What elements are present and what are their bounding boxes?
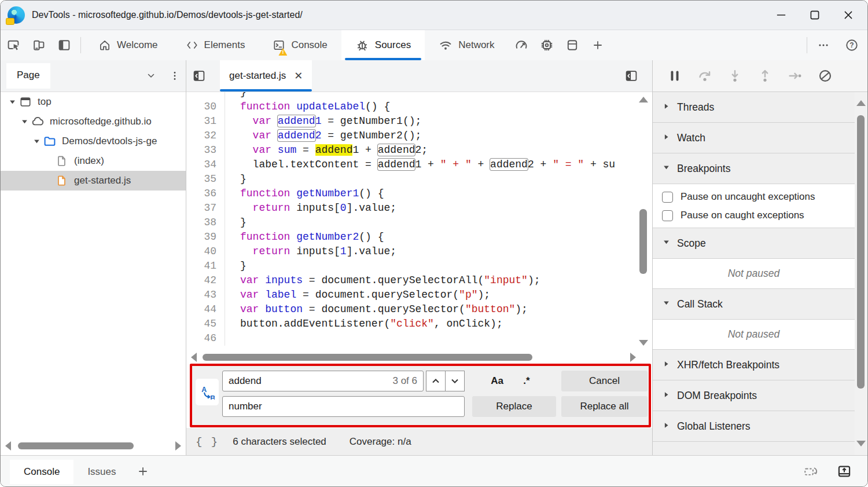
next-match-button[interactable] <box>445 371 465 391</box>
drawer-tab-console[interactable]: Console <box>10 460 73 484</box>
checkbox-row-pause-on-caught-exceptions[interactable]: Pause on caught exceptions <box>653 206 855 225</box>
more-tabs-button[interactable] <box>585 30 610 60</box>
performance-button[interactable] <box>509 30 534 60</box>
maximize-button[interactable] <box>798 3 832 27</box>
navigator-horizontal-scrollbar[interactable] <box>1 438 186 453</box>
match-case-button[interactable]: Aa <box>484 371 510 391</box>
scroll-down-arrow[interactable] <box>639 340 648 346</box>
tree-item-microsoftedge-github-io[interactable]: microsoftedge.github.io <box>1 112 186 131</box>
scroll-left-arrow[interactable] <box>5 441 11 451</box>
hide-navigator-button[interactable] <box>186 60 212 91</box>
device-emulation-icon <box>32 38 46 52</box>
scroll-left-arrow[interactable] <box>191 353 197 362</box>
editor-horizontal-scrollbar[interactable] <box>186 350 641 364</box>
step-into-button[interactable] <box>722 64 747 87</box>
scroll-up-arrow[interactable] <box>856 100 866 106</box>
panel-layout-button[interactable] <box>52 30 77 60</box>
debugger-scrollbar[interactable] <box>855 92 867 456</box>
close-tab-icon[interactable]: ✕ <box>294 69 303 82</box>
section-global-listeners[interactable]: Global Listeners <box>653 411 855 442</box>
checkbox[interactable] <box>662 210 673 221</box>
drawer-tab-issues[interactable]: Issues <box>73 460 130 484</box>
scrollbar-thumb[interactable] <box>18 442 134 449</box>
application-button[interactable] <box>560 30 585 60</box>
help-button[interactable]: ? <box>836 30 867 60</box>
inspect-button[interactable] <box>1 30 26 60</box>
tree-item-demos-devtools-js-ge[interactable]: Demos/devtools-js-ge <box>1 131 186 151</box>
step-out-button[interactable] <box>752 64 777 87</box>
line-number: 39 <box>186 230 225 244</box>
line-content: var label = document.querySelector("p"); <box>225 288 652 302</box>
tab-page[interactable]: Page <box>6 63 50 89</box>
caret-right-icon <box>662 420 671 433</box>
close-button[interactable] <box>832 3 865 27</box>
caret-down-icon[interactable] <box>6 98 18 107</box>
tab-network-label: Network <box>458 39 494 51</box>
hide-debugger-sidebar-button[interactable] <box>619 60 644 91</box>
expand-quick-view-button[interactable] <box>832 464 857 479</box>
replace-toggle-button[interactable]: AB <box>196 379 219 405</box>
checkbox-label: Pause on uncaught exceptions <box>681 191 815 203</box>
pause-button[interactable] <box>662 64 687 87</box>
tab-elements[interactable]: Elements <box>172 30 259 60</box>
scroll-down-arrow[interactable] <box>856 441 866 446</box>
scroll-right-arrow[interactable] <box>630 353 636 362</box>
line-number: 35 <box>186 172 225 186</box>
tree-item-index[interactable]: (index) <box>1 151 186 171</box>
section-threads[interactable]: Threads <box>653 92 855 123</box>
navigator-menu-button[interactable] <box>164 70 186 82</box>
code-editor[interactable]: }30function updateLabel() {31 var addend… <box>186 92 652 350</box>
editor-vertical-scrollbar[interactable] <box>638 92 649 350</box>
regex-button[interactable]: .* <box>515 371 538 391</box>
replace-button[interactable]: Replace <box>472 396 556 417</box>
section-call-stack[interactable]: Call Stack <box>653 289 855 320</box>
step-button[interactable] <box>782 64 807 87</box>
add-drawer-tab-button[interactable] <box>130 465 156 478</box>
find-input[interactable]: addend 3 of 6 <box>222 371 424 391</box>
more-navigator-tabs-button[interactable] <box>138 70 164 82</box>
tree-item-get-started-js[interactable]: get-started.js <box>1 171 186 191</box>
deactivate-breakpoints-button[interactable] <box>812 64 837 87</box>
device-emulation-button[interactable] <box>26 30 52 60</box>
replace-all-button[interactable]: Replace all <box>561 396 648 417</box>
section-xhr-fetch-breakpoints[interactable]: XHR/fetch Breakpoints <box>653 350 855 380</box>
tab-network[interactable]: Network <box>425 30 508 60</box>
cancel-button[interactable]: Cancel <box>561 371 648 391</box>
code-line-37: 37 return inputs[0].value; <box>186 201 652 215</box>
line-content: var addend2 = getNumber2(); <box>225 129 652 143</box>
tab-sources[interactable]: Sources <box>341 30 425 60</box>
line-number: 42 <box>186 273 225 288</box>
tree-item-top[interactable]: top <box>1 92 186 112</box>
section-watch[interactable]: Watch <box>653 123 855 153</box>
checkbox-row-pause-on-uncaught-exceptions[interactable]: Pause on uncaught exceptions <box>653 188 855 206</box>
caret-down-icon[interactable] <box>19 118 30 126</box>
minimize-button[interactable] <box>764 3 798 27</box>
find-replace-callout: AB addend 3 of 6 Aa .* Cancel number Rep… <box>190 364 651 427</box>
scrollbar-thumb[interactable] <box>857 115 865 389</box>
replace-input[interactable]: number <box>222 396 465 417</box>
caret-down-icon[interactable] <box>31 137 42 146</box>
previous-match-button[interactable] <box>426 371 446 391</box>
file-tab-get-started[interactable]: get-started.js ✕ <box>220 60 312 91</box>
memory-button[interactable] <box>534 30 560 60</box>
section-dom-breakpoints[interactable]: DOM Breakpoints <box>653 380 855 411</box>
scrollbar-thumb[interactable] <box>639 209 647 274</box>
checkbox[interactable] <box>662 192 673 203</box>
pretty-print-button[interactable]: { } <box>196 435 219 448</box>
section-scope[interactable]: Scope <box>653 228 855 259</box>
frame-icon <box>18 96 33 108</box>
line-content: label.textContent = addend1 + " + " + ad… <box>225 158 652 172</box>
line-content: } <box>225 259 652 273</box>
section-breakpoints[interactable]: Breakpoints <box>653 153 855 184</box>
restore-dock-button[interactable] <box>798 464 823 479</box>
customize-devtools-button[interactable] <box>811 30 836 60</box>
step-over-button[interactable] <box>692 64 717 87</box>
scrollbar-thumb[interactable] <box>203 354 532 361</box>
memory-chip-icon <box>540 38 554 52</box>
scroll-right-arrow[interactable] <box>175 441 181 451</box>
devtools-window: DevTools - microsoftedge.github.io/Demos… <box>0 0 868 487</box>
line-number: 43 <box>186 288 225 302</box>
scroll-up-arrow[interactable] <box>639 97 648 102</box>
tab-console[interactable]: Console ! <box>259 30 341 60</box>
tab-welcome[interactable]: Welcome <box>84 30 172 60</box>
